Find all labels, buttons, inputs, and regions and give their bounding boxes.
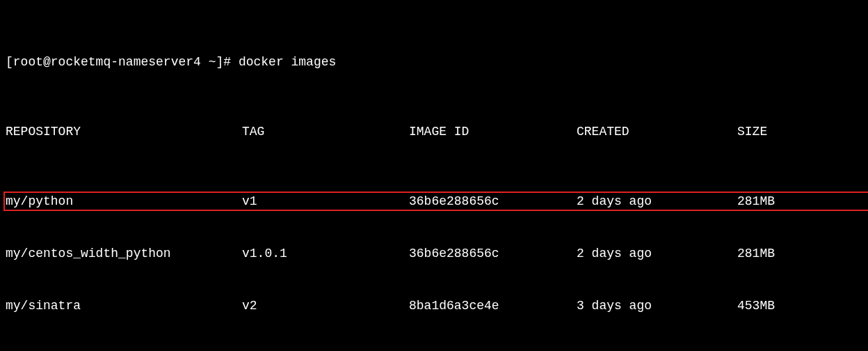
cell-size: 453MB: [737, 297, 862, 315]
header-created: CREATED: [577, 123, 737, 141]
cell-image-id: 8ba1d6a3ce4e: [409, 297, 577, 315]
header-size: SIZE: [737, 123, 862, 141]
cell-created: 2 days ago: [577, 193, 737, 210]
cell-repository: my/python: [6, 193, 242, 210]
cell-tag: v2: [242, 297, 409, 315]
table-row: my/centos_width_python v1.0.1 36b6e28865…: [6, 245, 862, 263]
cell-created: 3 days ago: [577, 297, 737, 315]
cell-repository: my/sinatra: [6, 297, 242, 315]
cell-image-id: 36b6e288656c: [409, 245, 577, 263]
cell-repository: my/centos_width_python: [6, 245, 242, 263]
prompt-line-1: [root@rocketmq-nameserver4 ~]# docker im…: [6, 54, 862, 71]
header-image-id: IMAGE ID: [409, 123, 577, 141]
table-header-row: REPOSITORY TAG IMAGE ID CREATED SIZE: [6, 123, 862, 141]
terminal[interactable]: [root@rocketmq-nameserver4 ~]# docker im…: [0, 0, 868, 351]
cell-tag: v1: [242, 193, 409, 210]
cell-image-id: 36b6e288656c: [409, 193, 577, 210]
cell-size: 281MB: [737, 245, 862, 263]
cell-tag: v1.0.1: [242, 245, 409, 263]
table-row: my/sinatra v2 8ba1d6a3ce4e 3 days ago 45…: [6, 297, 862, 315]
cell-size: 281MB: [737, 193, 862, 210]
prompt-prefix: [root@rocketmq-nameserver4 ~]#: [6, 54, 231, 71]
header-repository: REPOSITORY: [6, 123, 242, 141]
cell-created: 2 days ago: [577, 245, 737, 263]
header-tag: TAG: [242, 123, 409, 141]
table-row: my/python v1 36b6e288656c 2 days ago 281…: [6, 193, 862, 210]
command-1: docker images: [239, 54, 336, 71]
